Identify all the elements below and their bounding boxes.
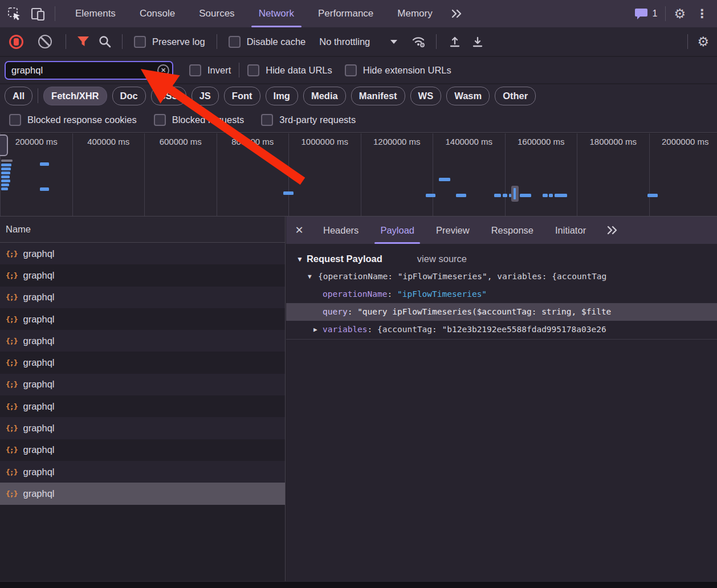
preserve-log-label[interactable]: Preserve log <box>152 36 205 47</box>
overview-scroll-handle[interactable] <box>0 134 8 156</box>
blocked-response-cookies-label[interactable]: Blocked response cookies <box>27 115 137 125</box>
json-resource-icon: {;} <box>6 315 17 324</box>
tab-performance[interactable]: Performance <box>306 0 385 27</box>
3rd-party-requests-checkbox[interactable] <box>261 114 273 126</box>
disable-cache-checkbox[interactable] <box>229 36 241 48</box>
request-row[interactable]: {;}graphql <box>0 395 285 417</box>
tab-memory[interactable]: Memory <box>385 0 444 27</box>
kebab-menu-icon[interactable]: ⋮ <box>694 8 710 20</box>
payload-line[interactable]: query: "query ipFlowTimeseries($accountT… <box>286 303 717 321</box>
hide-extension-urls-label[interactable]: Hide extension URLs <box>363 65 451 76</box>
request-row[interactable]: {;}graphql <box>0 330 285 352</box>
issues-counter[interactable]: 1 <box>634 7 657 20</box>
collapse-icon[interactable]: ▼ <box>308 268 312 285</box>
inspect-element-icon[interactable] <box>5 4 24 23</box>
network-overview-timeline[interactable]: 200000 ms400000 ms600000 ms800000 ms1000… <box>0 133 717 217</box>
record-network-log-button[interactable] <box>9 35 23 49</box>
devtools-window: ElementsConsoleSourcesNetworkPerformance… <box>0 0 717 588</box>
expand-icon[interactable]: ▶ <box>313 321 317 338</box>
clear-network-log-button[interactable] <box>38 35 52 48</box>
payload-line[interactable]: ▶variables: {accountTag: "b12e3b2192ee55… <box>286 321 717 338</box>
tab-console[interactable]: Console <box>128 0 187 27</box>
clear-filter-icon[interactable]: ✕ <box>157 64 169 76</box>
network-conditions-icon[interactable] <box>411 35 427 48</box>
name-column-header[interactable]: Name <box>0 217 285 243</box>
json-resource-icon: {;} <box>6 250 17 258</box>
details-more-tabs-icon[interactable] <box>600 225 624 235</box>
hide-data-urls-checkbox[interactable] <box>247 64 259 76</box>
chip-wasm[interactable]: Wasm <box>446 87 490 105</box>
chip-js[interactable]: JS <box>192 87 219 105</box>
chip-other[interactable]: Other <box>495 87 536 105</box>
request-row[interactable]: {;}graphql <box>0 287 285 308</box>
chip-img[interactable]: Img <box>266 87 298 105</box>
3rd-party-requests-label[interactable]: 3rd-party requests <box>279 115 356 125</box>
details-tab-response[interactable]: Response <box>480 217 544 244</box>
hide-data-urls-label[interactable]: Hide data URLs <box>266 65 332 76</box>
chip-doc[interactable]: Doc <box>112 87 146 105</box>
throttling-select[interactable]: No throttling <box>319 36 397 47</box>
request-row[interactable]: {;}graphql <box>0 374 285 395</box>
timeline-column: 400000 ms <box>72 133 145 216</box>
more-tabs-icon[interactable] <box>445 9 469 19</box>
request-row[interactable]: {;}graphql <box>0 439 285 461</box>
chip-manifest[interactable]: Manifest <box>351 87 405 105</box>
blocked-response-cookies-checkbox[interactable] <box>9 114 21 126</box>
chip-ws[interactable]: WS <box>410 87 442 105</box>
device-toolbar-icon[interactable] <box>28 4 48 23</box>
invert-checkbox[interactable] <box>189 64 201 76</box>
request-row[interactable]: {;}graphql <box>0 243 285 264</box>
blocked-requests-label[interactable]: Blocked requests <box>172 115 245 125</box>
timeline-tick-label: 1000000 ms <box>301 137 348 146</box>
tab-sources[interactable]: Sources <box>187 0 246 27</box>
request-payload-title: Request Payload <box>307 254 382 264</box>
import-har-icon[interactable] <box>448 35 462 48</box>
request-row[interactable]: {;}graphql <box>0 352 285 373</box>
timeline-request-bar <box>509 194 511 197</box>
timeline-tick-label: 2000000 ms <box>662 137 709 146</box>
request-name: graphql <box>23 379 54 390</box>
request-name: graphql <box>23 336 54 346</box>
request-row[interactable]: {;}graphql <box>0 264 285 286</box>
network-settings-gear-icon[interactable]: ⚙ <box>697 35 709 48</box>
chip-all[interactable]: All <box>5 87 32 105</box>
chip-media[interactable]: Media <box>303 87 346 105</box>
payload-tree: ▼{operationName: "ipFlowTimeseries", var… <box>286 268 717 340</box>
timeline-tick-label: 400000 ms <box>87 137 129 146</box>
view-source-link[interactable]: view source <box>417 254 467 264</box>
preserve-log-checkbox[interactable] <box>134 36 146 48</box>
request-row[interactable]: {;}graphql <box>0 461 285 483</box>
payload-value: "ipFlowTimeseries" <box>397 289 487 299</box>
message-bubble-icon <box>634 7 648 20</box>
payload-value: "query ipFlowTimeseries($accountTag: str… <box>357 307 611 316</box>
details-tab-preview[interactable]: Preview <box>425 217 480 244</box>
invert-label[interactable]: Invert <box>207 65 231 76</box>
chip-css[interactable]: CSS <box>151 87 186 105</box>
tab-network[interactable]: Network <box>247 0 306 27</box>
tab-elements[interactable]: Elements <box>63 0 128 27</box>
settings-gear-icon[interactable]: ⚙ <box>674 7 686 21</box>
filter-input[interactable] <box>5 61 173 80</box>
search-icon[interactable] <box>98 35 112 48</box>
details-tab-payload[interactable]: Payload <box>369 217 425 244</box>
collapse-section-icon[interactable]: ▼ <box>296 255 303 263</box>
hide-extension-urls-checkbox[interactable] <box>345 64 357 76</box>
timeline-tick-label: 600000 ms <box>160 137 202 146</box>
payload-line[interactable]: operationName: "ipFlowTimeseries" <box>286 285 717 303</box>
chip-fetch-xhr[interactable]: Fetch/XHR <box>43 87 107 105</box>
disable-cache-label[interactable]: Disable cache <box>247 36 306 47</box>
details-tab-initiator[interactable]: Initiator <box>544 217 597 244</box>
request-name: graphql <box>23 488 54 499</box>
request-row[interactable]: {;}graphql <box>0 308 285 330</box>
chip-font[interactable]: Font <box>224 87 260 105</box>
blocked-requests-checkbox[interactable] <box>154 114 166 126</box>
request-row[interactable]: {;}graphql <box>0 417 285 439</box>
timeline-column: 1000000 ms <box>288 133 361 216</box>
export-har-icon[interactable] <box>471 35 484 48</box>
close-details-icon[interactable]: ✕ <box>286 224 312 236</box>
filter-icon[interactable] <box>76 35 90 48</box>
request-row[interactable]: {;}graphql <box>0 483 285 504</box>
payload-line[interactable]: ▼{operationName: "ipFlowTimeseries", var… <box>286 268 717 285</box>
details-tab-headers[interactable]: Headers <box>312 217 369 244</box>
request-name: graphql <box>23 401 54 412</box>
